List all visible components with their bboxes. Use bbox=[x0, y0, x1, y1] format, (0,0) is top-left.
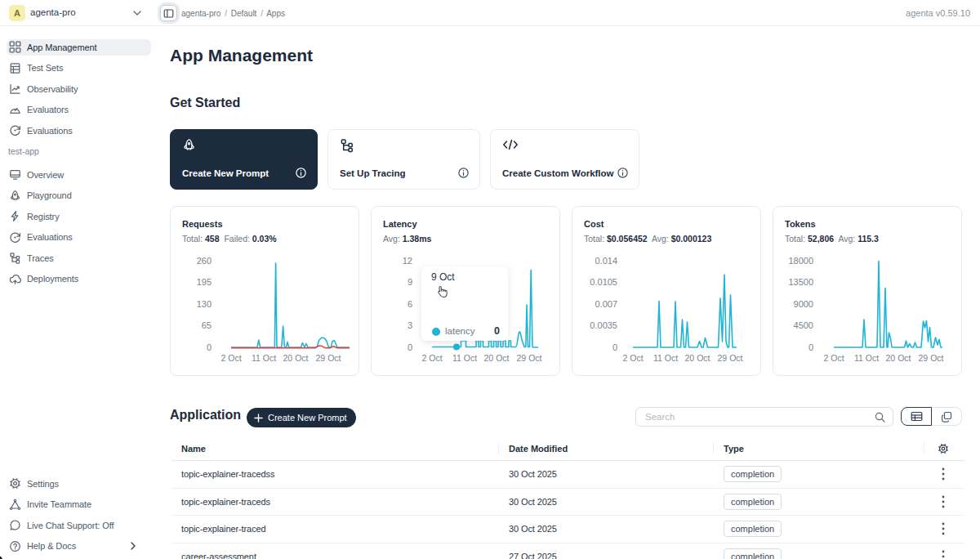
svg-text:0.0035: 0.0035 bbox=[590, 320, 617, 330]
svg-text:18000: 18000 bbox=[788, 256, 813, 266]
svg-text:0: 0 bbox=[408, 342, 412, 352]
svg-text:29 Oct: 29 Oct bbox=[919, 353, 944, 363]
svg-text:2 Oct: 2 Oct bbox=[823, 353, 844, 363]
svg-text:11 Oct: 11 Oct bbox=[653, 353, 678, 363]
svg-text:20 Oct: 20 Oct bbox=[484, 353, 510, 363]
svg-text:0: 0 bbox=[808, 342, 813, 352]
svg-text:11 Oct: 11 Oct bbox=[854, 353, 879, 363]
svg-text:4500: 4500 bbox=[794, 320, 813, 330]
svg-text:6: 6 bbox=[408, 299, 412, 309]
svg-text:2 Oct: 2 Oct bbox=[622, 353, 643, 363]
svg-text:0.014: 0.014 bbox=[595, 256, 617, 266]
svg-text:13500: 13500 bbox=[788, 277, 813, 287]
svg-text:3: 3 bbox=[408, 320, 412, 330]
svg-text:11 Oct: 11 Oct bbox=[452, 353, 477, 363]
svg-text:9: 9 bbox=[408, 277, 412, 287]
svg-text:260: 260 bbox=[197, 256, 212, 266]
svg-text:20 Oct: 20 Oct bbox=[886, 353, 911, 363]
svg-text:0.007: 0.007 bbox=[595, 299, 617, 309]
svg-text:29 Oct: 29 Oct bbox=[316, 353, 341, 363]
svg-text:11 Oct: 11 Oct bbox=[252, 353, 276, 363]
svg-text:9000: 9000 bbox=[794, 299, 813, 309]
svg-text:0: 0 bbox=[207, 342, 212, 352]
svg-text:65: 65 bbox=[202, 320, 212, 330]
svg-text:29 Oct: 29 Oct bbox=[718, 353, 743, 363]
svg-text:130: 130 bbox=[197, 299, 212, 309]
svg-text:0.0105: 0.0105 bbox=[590, 277, 617, 287]
svg-text:29 Oct: 29 Oct bbox=[517, 353, 542, 363]
svg-text:20 Oct: 20 Oct bbox=[685, 353, 710, 363]
svg-text:20 Oct: 20 Oct bbox=[283, 353, 309, 363]
svg-text:12: 12 bbox=[403, 256, 412, 266]
svg-text:195: 195 bbox=[197, 277, 212, 287]
svg-text:0: 0 bbox=[612, 342, 617, 352]
svg-text:2 Oct: 2 Oct bbox=[421, 353, 442, 363]
svg-text:2 Oct: 2 Oct bbox=[220, 353, 241, 363]
